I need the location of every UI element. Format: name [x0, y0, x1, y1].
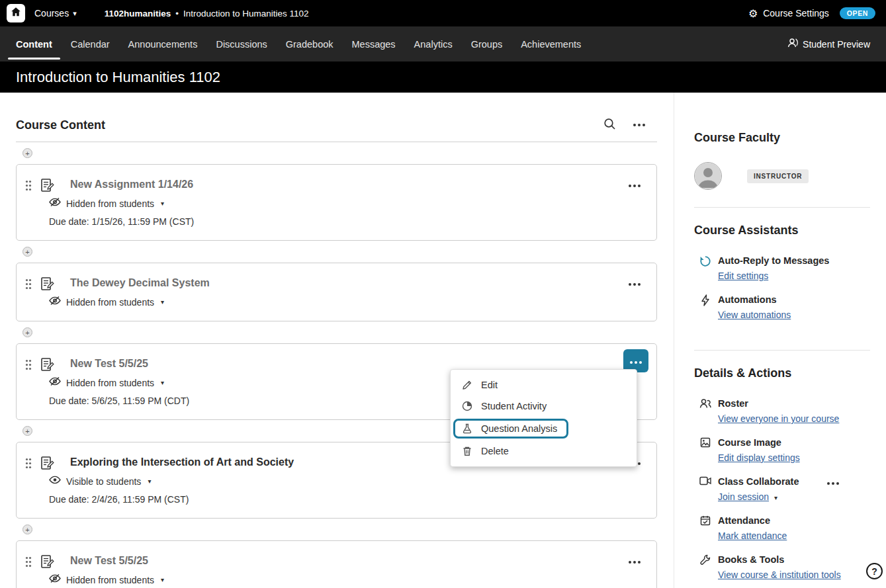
tab-announcements[interactable]: Announcements: [128, 26, 198, 62]
tab-discussions[interactable]: Discussions: [216, 26, 267, 62]
tab-label: Gradebook: [286, 39, 333, 50]
ellipsis-icon: [826, 482, 840, 485]
course-content-heading: Course Content: [16, 118, 105, 132]
tab-analytics[interactable]: Analytics: [414, 26, 453, 62]
auto-reply-item: Auto-Reply to Messages Edit settings: [694, 255, 870, 282]
search-icon: [603, 118, 616, 132]
ellipsis-icon: [627, 185, 642, 187]
item-context-menu: Edit Student Activity Question Analysis …: [450, 369, 637, 467]
ellipsis-icon: [632, 124, 646, 126]
flask-icon: [462, 423, 472, 434]
course-settings-button[interactable]: Course Settings: [763, 8, 829, 19]
visibility-dropdown[interactable]: Hidden from students ▾: [27, 573, 646, 587]
add-content-button[interactable]: +: [22, 525, 32, 534]
eye-slash-icon: [49, 376, 61, 390]
tab-label: Analytics: [414, 39, 453, 50]
due-date-text: Due date: 1/15/26, 11:59 PM (CST): [27, 216, 646, 228]
item-options-button[interactable]: [625, 553, 644, 568]
drag-handle-icon[interactable]: [25, 180, 32, 194]
view-everyone-link[interactable]: View everyone in your course: [718, 413, 839, 425]
collaborate-options-button[interactable]: [826, 477, 840, 487]
auto-reply-icon: [699, 255, 711, 282]
tab-label: Content: [16, 39, 52, 50]
home-button[interactable]: [7, 4, 25, 22]
add-content-button[interactable]: +: [22, 148, 32, 158]
content-item-card: The Dewey Decimal System Hidden from stu…: [16, 263, 657, 321]
tab-achievements[interactable]: Achievements: [521, 26, 581, 62]
class-collaborate-title: Class Collaborate: [718, 476, 799, 487]
ellipsis-icon: [629, 361, 643, 364]
edit-settings-link[interactable]: Edit settings: [718, 270, 768, 282]
visibility-dropdown[interactable]: Visible to students ▾: [27, 475, 646, 488]
tab-content[interactable]: Content: [16, 26, 52, 62]
tab-groups[interactable]: Groups: [471, 26, 503, 62]
courses-dropdown[interactable]: Courses ▾: [34, 8, 77, 19]
roster-title: Roster: [718, 398, 839, 409]
eye-icon: [49, 475, 61, 488]
drag-handle-icon[interactable]: [25, 458, 32, 472]
drag-handle-icon[interactable]: [25, 359, 32, 373]
menu-item-label: Student Activity: [481, 401, 547, 411]
tab-label: Calendar: [71, 39, 110, 50]
chevron-down-icon: ▾: [73, 10, 77, 17]
people-icon: [699, 398, 711, 425]
item-options-button[interactable]: [625, 177, 644, 192]
view-course-tools-link[interactable]: View course & institution tools: [718, 569, 841, 581]
visibility-dropdown[interactable]: Hidden from students ▾: [27, 296, 646, 309]
tab-messages[interactable]: Messages: [352, 26, 396, 62]
wrench-icon: [699, 554, 711, 581]
content-item-title[interactable]: The Dewey Decimal System: [27, 276, 646, 290]
breadcrumb: 1102humanities • Introduction to Humanit…: [105, 9, 309, 19]
visibility-label: Hidden from students: [66, 377, 154, 390]
edit-display-settings-link[interactable]: Edit display settings: [718, 452, 800, 464]
course-image-title: Course Image: [718, 437, 800, 448]
video-icon: [699, 476, 711, 503]
add-content-button[interactable]: +: [22, 247, 32, 257]
due-date-text: Due date: 2/4/26, 11:59 PM (CST): [27, 493, 646, 506]
content-item-card: New Test 5/5/25 Hidden from students ▾ D…: [16, 540, 657, 588]
add-content-button[interactable]: +: [22, 426, 32, 436]
tab-label: Achievements: [521, 39, 581, 50]
tab-calendar[interactable]: Calendar: [71, 26, 110, 62]
instructor-role-badge: INSTRUCTOR: [747, 169, 809, 183]
menu-item-edit[interactable]: Edit: [451, 374, 637, 396]
drag-handle-icon[interactable]: [25, 556, 32, 570]
help-button[interactable]: ?: [866, 563, 883, 579]
course-sidebar: Course Faculty INSTRUCTOR Course Assista…: [674, 93, 886, 588]
menu-item-delete[interactable]: Delete: [451, 441, 637, 462]
instructor-avatar[interactable]: [694, 162, 722, 190]
student-preview-button[interactable]: Student Preview: [786, 37, 870, 51]
drag-handle-icon[interactable]: [25, 278, 32, 292]
visibility-label: Hidden from students: [66, 574, 154, 587]
ellipsis-icon: [627, 561, 642, 564]
join-session-link[interactable]: Join session▾: [718, 491, 777, 503]
ellipsis-icon: [627, 283, 642, 286]
test-icon: [40, 554, 54, 571]
attendance-title: Attendance: [718, 515, 787, 526]
search-button[interactable]: [603, 118, 616, 132]
open-status-badge[interactable]: OPEN: [840, 7, 875, 19]
content-item-title[interactable]: New Assignment 1/14/26: [27, 177, 646, 192]
attendance-item: Attendance Mark attendance: [694, 515, 870, 542]
chevron-down-icon: ▾: [148, 478, 151, 485]
roster-item: Roster View everyone in your course: [694, 398, 870, 425]
tab-label: Groups: [471, 39, 503, 50]
details-actions-section: Details & Actions Roster View everyone i…: [694, 366, 870, 588]
books-tools-item: Books & Tools View course & institution …: [694, 554, 870, 581]
item-options-button[interactable]: [625, 275, 644, 290]
chevron-down-icon: ▾: [774, 495, 777, 501]
course-assistants-section: Course Assistants Auto-Reply to Messages…: [694, 224, 870, 351]
tab-gradebook[interactable]: Gradebook: [286, 26, 333, 62]
view-automations-link[interactable]: View automations: [718, 309, 791, 321]
chevron-down-icon: ▾: [161, 200, 164, 207]
menu-item-student-activity[interactable]: Student Activity: [451, 396, 637, 417]
mark-attendance-link[interactable]: Mark attendance: [718, 530, 787, 542]
menu-item-question-analysis[interactable]: Question Analysis: [451, 417, 637, 441]
add-content-button[interactable]: +: [22, 327, 32, 337]
course-faculty-heading: Course Faculty: [694, 131, 870, 145]
content-item-title[interactable]: New Test 5/5/25: [27, 554, 646, 568]
visibility-label: Hidden from students: [66, 198, 154, 210]
calendar-check-icon: [699, 515, 711, 542]
visibility-dropdown[interactable]: Hidden from students ▾: [27, 197, 646, 210]
content-options-button[interactable]: [632, 124, 646, 126]
